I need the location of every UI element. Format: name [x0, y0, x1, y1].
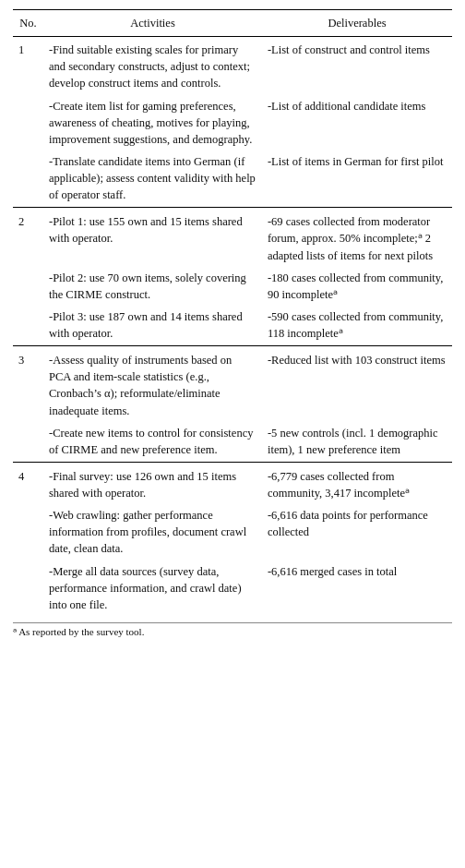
footnote: ᵃ As reported by the survey tool.: [13, 622, 452, 638]
row-deliverable: -List of construct and control items: [262, 37, 452, 96]
row-activity: -Pilot 2: use 70 own items, solely cover…: [43, 268, 262, 307]
row-no: [13, 505, 43, 561]
row-no: [13, 561, 43, 617]
row-deliverable: -180 cases collected from community, 90 …: [262, 268, 452, 307]
header-deliverables: Deliverables: [262, 10, 452, 37]
row-activity: -Assess quality of instruments based on …: [43, 346, 262, 423]
row-no: [13, 96, 43, 151]
row-deliverable: -5 new controls (incl. 1 demographic ite…: [262, 423, 452, 463]
row-no: [13, 307, 43, 346]
row-activity: -Pilot 3: use 187 own and 14 items share…: [43, 307, 262, 346]
row-deliverable: -69 cases collected from moderator forum…: [262, 208, 452, 268]
row-activity: -Web crawling: gather performance inform…: [43, 505, 262, 561]
row-deliverable: -6,616 merged cases in total: [262, 561, 452, 617]
row-activity: -Find suitable existing scales for prima…: [43, 37, 262, 96]
row-no: 3: [13, 346, 43, 423]
main-table: No. Activities Deliverables 1-Find suita…: [13, 9, 452, 617]
row-no: [13, 423, 43, 463]
row-deliverable: -List of items in German for first pilot: [262, 151, 452, 208]
row-activity: -Translate candidate items into German (…: [43, 151, 262, 208]
row-deliverable: -590 cases collected from community, 118…: [262, 307, 452, 346]
row-no: [13, 268, 43, 307]
row-activity: -Merge all data sources (survey data, pe…: [43, 561, 262, 617]
row-deliverable: -6,616 data points for performance colle…: [262, 505, 452, 561]
row-no: 2: [13, 208, 43, 268]
row-activity: -Final survey: use 126 own and 15 items …: [43, 462, 262, 505]
header-no: No.: [13, 10, 43, 37]
row-deliverable: -Reduced list with 103 construct items: [262, 346, 452, 423]
row-activity: -Create item list for gaming preferences…: [43, 96, 262, 151]
row-activity: -Pilot 1: use 155 own and 15 items share…: [43, 208, 262, 268]
row-deliverable: -6,779 cases collected from community, 3…: [262, 462, 452, 505]
row-no: 1: [13, 37, 43, 96]
row-no: 4: [13, 462, 43, 505]
row-deliverable: -List of additional candidate items: [262, 96, 452, 151]
row-activity: -Create new items to control for consist…: [43, 423, 262, 463]
header-activities: Activities: [43, 10, 262, 37]
row-no: [13, 151, 43, 208]
